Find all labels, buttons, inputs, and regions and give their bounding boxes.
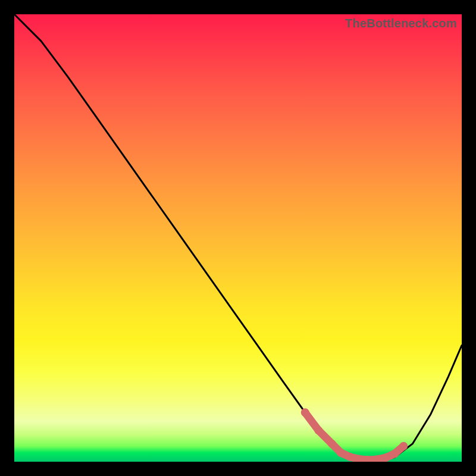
marker-dot xyxy=(337,449,345,457)
curve-svg xyxy=(14,14,462,462)
marker-dot xyxy=(364,456,372,462)
chart-container: TheBottleneck.com xyxy=(0,0,476,476)
marker-dot xyxy=(346,453,354,461)
marker-band-path xyxy=(305,412,403,460)
watermark-text: TheBottleneck.com xyxy=(345,17,457,30)
main-curve-path xyxy=(14,14,462,461)
marker-dots xyxy=(301,408,408,462)
marker-dot xyxy=(328,440,336,448)
marker-dot xyxy=(399,442,408,450)
marker-dot xyxy=(381,453,390,462)
marker-dot xyxy=(372,455,381,462)
plot-area: TheBottleneck.com xyxy=(14,14,462,462)
marker-dot xyxy=(314,426,322,434)
marker-dot xyxy=(301,408,309,416)
marker-dot xyxy=(390,449,399,458)
marker-dot xyxy=(355,455,363,462)
